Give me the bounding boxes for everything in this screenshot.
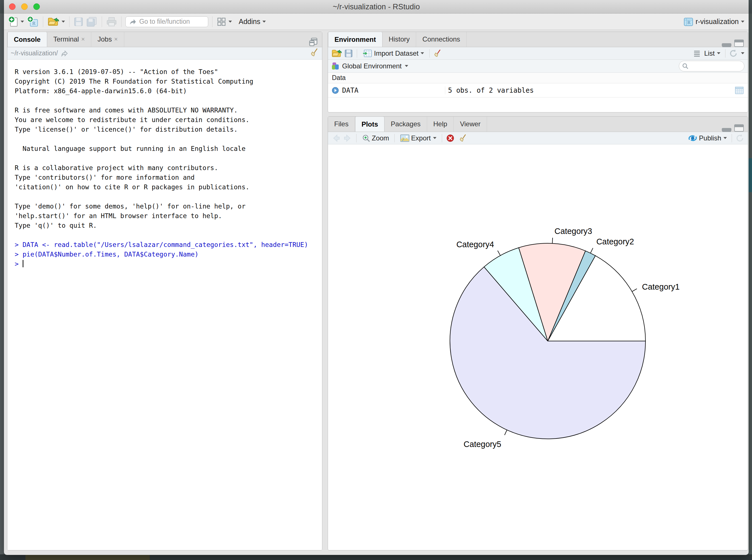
toolbar-separator [69, 16, 69, 27]
environment-scope-bar: Global Environment [328, 60, 748, 73]
pie-label-tick [632, 289, 637, 292]
environment-tabstrip: Environment History Connections [328, 32, 748, 47]
export-plot-icon [400, 134, 410, 142]
svg-text:R: R [687, 20, 691, 25]
console-line: R is free software and comes with ABSOLU… [15, 105, 320, 115]
tab-help[interactable]: Help [427, 116, 454, 132]
working-directory: ~/r-visualization/ [11, 49, 58, 57]
list-view-label: List [704, 49, 715, 57]
new-file-button[interactable] [7, 15, 25, 28]
save-all-icon [86, 17, 98, 27]
chevron-down-icon [262, 21, 266, 23]
export-plot-label: Export [411, 134, 430, 142]
chevron-down-icon [21, 21, 24, 23]
tab-label: Help [433, 120, 447, 128]
toolbar-separator [357, 49, 357, 58]
tab-history[interactable]: History [383, 32, 416, 47]
tab-label: Viewer [460, 120, 481, 128]
environment-search-input[interactable] [690, 62, 738, 70]
clear-environment-icon[interactable] [434, 49, 442, 58]
chevron-down-icon [421, 52, 424, 54]
save-workspace-icon[interactable] [344, 49, 353, 58]
console-line: Type 'contributors()' for more informati… [15, 173, 320, 182]
goto-directory-icon[interactable] [61, 50, 68, 57]
tab-files[interactable]: Files [328, 116, 355, 132]
environment-scope-label[interactable]: Global Environment [342, 62, 402, 70]
global-environment-icon [331, 62, 340, 71]
print-icon [106, 17, 117, 26]
tab-jobs[interactable]: Jobs × [91, 32, 124, 47]
console-output[interactable]: R version 3.6.1 (2019-07-05) -- "Action … [7, 60, 322, 550]
console-tabstrip: Console Terminal × Jobs × [7, 32, 322, 47]
save-all-button[interactable] [85, 16, 99, 28]
tab-viewer[interactable]: Viewer [454, 116, 487, 132]
new-file-icon [8, 16, 18, 27]
desktop-left-sliver [0, 14, 4, 560]
zoom-plot-button[interactable]: Zoom [361, 133, 390, 143]
close-tab-icon[interactable]: × [114, 36, 118, 43]
maximize-pane-icon[interactable] [308, 37, 318, 47]
environment-panel: Environment History Connections [328, 32, 748, 113]
tab-connections[interactable]: Connections [416, 32, 466, 47]
project-name: r-visualization [695, 18, 739, 26]
save-button[interactable] [72, 16, 85, 28]
toolbar-separator [43, 16, 43, 27]
console-line: R version 3.6.1 (2019-07-05) -- "Action … [15, 67, 320, 77]
console-line: 'citation()' on how to cite R or R packa… [15, 182, 320, 192]
project-menu-button[interactable]: R r-visualization [682, 15, 746, 28]
environment-search-box[interactable] [679, 61, 744, 72]
plot-display-area[interactable]: Category1Category2Category3Category4Cate… [328, 144, 748, 550]
next-plot-icon[interactable] [343, 134, 352, 142]
pie-label-tick [498, 251, 501, 255]
tab-label: Console [14, 36, 41, 43]
maximize-pane-icon[interactable] [734, 40, 744, 47]
open-file-button[interactable] [46, 16, 66, 28]
addins-button[interactable]: Addins [237, 16, 267, 27]
publish-button[interactable]: Publish [687, 133, 728, 143]
clear-console-icon[interactable] [310, 48, 319, 57]
goto-file-box[interactable] [125, 16, 208, 27]
view-table-icon[interactable] [735, 86, 744, 94]
console-prompt: > [15, 241, 23, 248]
desktop-right-accent [749, 158, 752, 192]
previous-plot-icon[interactable] [331, 134, 341, 142]
console-command: DATA <- read.table("/Users/lsalazar/comm… [23, 241, 308, 248]
print-button[interactable] [105, 16, 118, 28]
tab-label: History [389, 35, 410, 43]
import-dataset-button[interactable]: Import Dataset [361, 48, 425, 59]
tab-terminal[interactable]: Terminal × [47, 32, 92, 47]
pie-label-tick [590, 248, 593, 253]
minimize-pane-icon[interactable] [722, 43, 731, 47]
r-project-icon: R [683, 16, 694, 27]
new-project-button[interactable]: R [25, 15, 40, 28]
maximize-pane-icon[interactable] [734, 124, 744, 132]
minimize-pane-icon[interactable] [722, 128, 731, 132]
console-line: R is a collaborative project with many c… [15, 163, 320, 173]
list-view-button[interactable]: List [703, 48, 722, 59]
tab-plots[interactable]: Plots [355, 116, 385, 132]
environment-object-row[interactable]: DATA 5 obs. of 2 variables [328, 83, 748, 98]
console-line: Platform: x86_64-apple-darwin15.6.0 (64-… [15, 86, 320, 96]
refresh-icon[interactable] [729, 49, 738, 58]
tab-console[interactable]: Console [7, 32, 47, 47]
toolbar-separator [356, 134, 357, 142]
chevron-down-icon [724, 137, 727, 139]
close-tab-icon[interactable]: × [81, 36, 85, 43]
tab-environment[interactable]: Environment [328, 32, 383, 47]
console-line [15, 192, 320, 201]
expand-object-icon[interactable] [331, 86, 339, 94]
desktop-bottom-sliver [0, 554, 752, 560]
refresh-plot-icon[interactable] [735, 134, 744, 143]
pane-layout-button[interactable] [215, 16, 233, 28]
export-plot-button[interactable]: Export [399, 133, 438, 143]
tab-label: Plots [362, 120, 378, 128]
clear-all-plots-icon[interactable] [459, 134, 467, 142]
tab-packages[interactable]: Packages [385, 116, 427, 132]
console-line: Natural language support but running in … [15, 144, 320, 154]
toolbar-separator [394, 134, 395, 142]
load-workspace-icon[interactable] [331, 49, 342, 58]
remove-plot-icon[interactable] [446, 134, 454, 142]
console-input-line[interactable]: > [15, 259, 320, 269]
console-line: Type 'q()' to quit R. [15, 221, 320, 230]
goto-file-input[interactable] [139, 18, 201, 26]
